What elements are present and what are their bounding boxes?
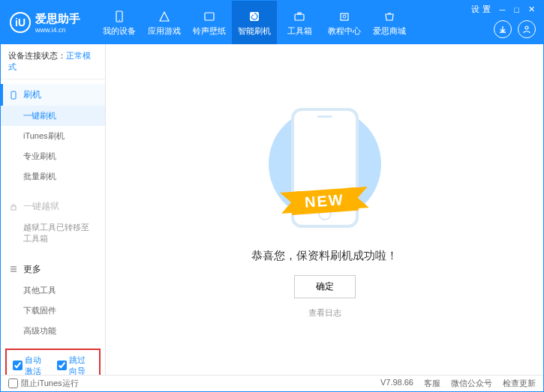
nav-flash[interactable]: 智能刷机: [232, 1, 277, 44]
nav-my-device[interactable]: 我的设备: [97, 1, 142, 44]
success-message: 恭喜您，保资料刷机成功啦！: [251, 249, 398, 263]
svg-rect-2: [205, 13, 214, 20]
check-update-link[interactable]: 检查更新: [503, 378, 536, 389]
sidebar-item-download-fw[interactable]: 下载固件: [1, 301, 105, 321]
block-itunes-checkbox[interactable]: 阻止iTunes运行: [8, 378, 79, 389]
app-header: iU 爱思助手 www.i4.cn 我的设备 应用游戏 铃声壁纸: [1, 1, 543, 44]
download-button[interactable]: [494, 20, 512, 38]
app-url: www.i4.cn: [35, 26, 80, 34]
sidebar-item-oneclick[interactable]: 一键刷机: [1, 106, 105, 126]
view-log-link[interactable]: 查看日志: [308, 307, 341, 319]
footer: 阻止iTunes运行 V7.98.66 客服 微信公众号 检查更新: [1, 375, 543, 391]
nav-ringtones[interactable]: 铃声壁纸: [187, 1, 232, 44]
nav-store[interactable]: 爱思商城: [367, 1, 412, 44]
minimize-button[interactable]: ─: [497, 5, 508, 14]
apps-icon: [157, 9, 172, 24]
jailbreak-note: 越狱工具已转移至 工具箱: [1, 217, 105, 250]
nav-tutorials[interactable]: 教程中心: [322, 1, 367, 44]
version-label: V7.98.66: [380, 378, 413, 389]
album-icon: [202, 9, 217, 24]
options-box: 自动激活 跳过向导: [5, 349, 101, 375]
svg-point-7: [343, 15, 346, 18]
header-actions: [494, 20, 536, 38]
svg-rect-10: [11, 206, 16, 210]
phone-icon: [8, 90, 19, 100]
sidebar-item-pro[interactable]: 专业刷机: [1, 146, 105, 166]
sidebar-jailbreak: 一键越狱: [1, 196, 105, 217]
menu-icon: [8, 264, 19, 274]
sidebar: 设备连接状态：正常模式 刷机 一键刷机 iTunes刷机 专业刷机 批量刷机 一…: [1, 44, 106, 375]
svg-rect-4: [295, 14, 304, 20]
download-icon: [498, 25, 507, 34]
sidebar-more[interactable]: 更多: [1, 259, 105, 280]
svg-rect-5: [298, 13, 301, 14]
logo-icon: iU: [10, 12, 31, 33]
app-title: 爱思助手: [35, 12, 80, 26]
sidebar-item-itunes[interactable]: iTunes刷机: [1, 126, 105, 146]
sidebar-item-other[interactable]: 其他工具: [1, 280, 105, 301]
auto-activate-checkbox[interactable]: 自动激活: [13, 355, 50, 375]
logo: iU 爱思助手 www.i4.cn: [1, 12, 89, 34]
success-illustration: NEW: [250, 100, 400, 235]
ok-button[interactable]: 确定: [294, 275, 356, 298]
new-ribbon: NEW: [290, 187, 359, 215]
sidebar-item-advanced[interactable]: 高级功能: [1, 321, 105, 341]
wechat-link[interactable]: 微信公众号: [451, 378, 492, 389]
flash-icon: [247, 9, 262, 24]
svg-point-1: [119, 19, 120, 21]
window-controls: 设 置 ─ □ ✕: [469, 4, 537, 15]
nav-apps[interactable]: 应用游戏: [142, 1, 187, 44]
service-link[interactable]: 客服: [424, 378, 440, 389]
book-icon: [337, 9, 352, 24]
lock-icon: [8, 202, 19, 212]
toolbox-icon: [292, 9, 307, 24]
phone-icon: [112, 9, 127, 24]
user-icon: [522, 25, 531, 34]
svg-rect-6: [341, 13, 348, 20]
main-nav: 我的设备 应用游戏 铃声壁纸 智能刷机 工具箱: [97, 1, 412, 44]
connection-status: 设备连接状态：正常模式: [1, 44, 105, 79]
nav-toolbox[interactable]: 工具箱: [277, 1, 322, 44]
main-content: NEW 恭喜您，保资料刷机成功啦！ 确定 查看日志: [106, 44, 543, 375]
sidebar-flash[interactable]: 刷机: [1, 84, 105, 106]
maximize-button[interactable]: □: [512, 5, 521, 14]
store-icon: [382, 9, 397, 24]
sidebar-item-batch[interactable]: 批量刷机: [1, 166, 105, 187]
user-button[interactable]: [518, 20, 536, 38]
close-button[interactable]: ✕: [526, 4, 537, 14]
svg-rect-9: [11, 91, 16, 99]
svg-point-8: [525, 26, 528, 29]
skip-guide-checkbox[interactable]: 跳过向导: [57, 355, 94, 375]
settings-link[interactable]: 设 置: [469, 4, 492, 15]
